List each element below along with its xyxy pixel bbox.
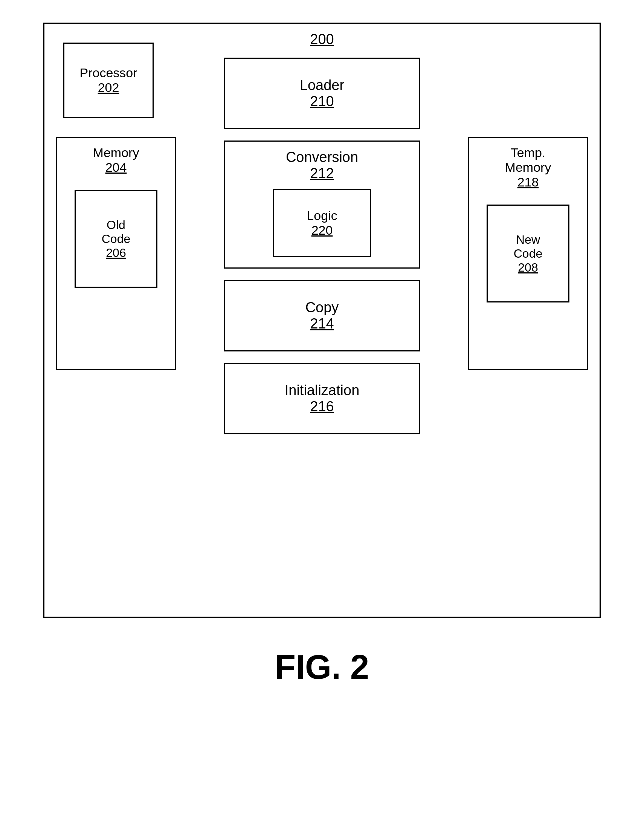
figure-label: FIG. 2: [275, 648, 369, 687]
conversion-title: Conversion: [286, 149, 358, 165]
old-code-number: 206: [106, 246, 126, 260]
temp-memory-number: 218: [518, 175, 539, 189]
processor-number: 202: [98, 80, 120, 95]
memory-box: Memory 204 OldCode 206: [56, 137, 176, 370]
loader-title: Loader: [300, 77, 344, 94]
memory-title: Memory: [93, 145, 139, 160]
initialization-number: 216: [310, 399, 334, 415]
copy-box: Copy 214: [224, 280, 420, 351]
temp-memory-title: Temp.Memory: [505, 145, 551, 175]
initialization-title: Initialization: [285, 382, 360, 399]
new-code-title: NewCode: [514, 233, 543, 261]
old-code-title: OldCode: [102, 218, 131, 246]
initialization-box: Initialization 216: [224, 363, 420, 434]
outer-box-200: 200 Processor 202 Memory 204 OldCode 206…: [43, 23, 601, 618]
center-column: Loader 210 Conversion 212 Logic 220 Copy…: [213, 57, 431, 434]
memory-number: 204: [105, 160, 127, 175]
diagram-area: 200 Processor 202 Memory 204 OldCode 206…: [30, 23, 614, 687]
new-code-box: NewCode 208: [487, 205, 569, 302]
old-code-box: OldCode 206: [75, 190, 157, 288]
temp-memory-box: Temp.Memory 218 NewCode 208: [468, 137, 588, 370]
processor-title: Processor: [79, 66, 137, 80]
copy-title: Copy: [305, 299, 339, 316]
conversion-number: 212: [310, 165, 334, 182]
new-code-number: 208: [518, 261, 538, 275]
loader-box: Loader 210: [224, 57, 420, 129]
copy-number: 214: [310, 316, 334, 332]
loader-number: 210: [310, 94, 334, 110]
outer-label: 200: [310, 31, 334, 48]
conversion-box: Conversion 212 Logic 220: [224, 141, 420, 269]
logic-box: Logic 220: [273, 189, 371, 257]
logic-number: 220: [311, 223, 333, 238]
logic-title: Logic: [306, 208, 337, 223]
processor-box: Processor 202: [63, 43, 154, 118]
